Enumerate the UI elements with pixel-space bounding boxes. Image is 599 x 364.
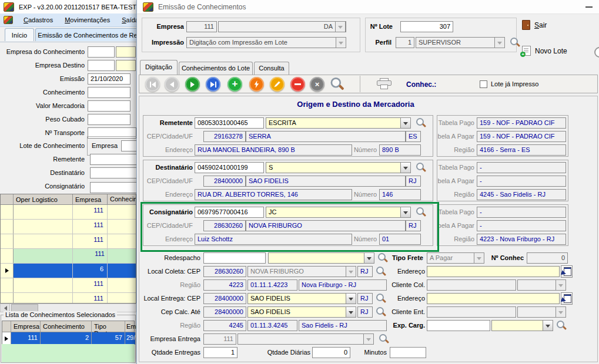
empresa-destino-input[interactable]: [88, 60, 115, 71]
selecionados-grid[interactable]: Empresa Conhecimento Tipo Docto Emi 111 …: [2, 321, 135, 345]
tab-consulta[interactable]: Consulta: [254, 62, 289, 75]
add-button[interactable]: +: [227, 77, 242, 92]
qtdade-entregas-input[interactable]: 1: [203, 347, 237, 358]
remove-button[interactable]: [290, 77, 305, 92]
coleta-endereco-label: Endereço: [390, 266, 425, 277]
cancel-button[interactable]: ×: [310, 77, 324, 92]
chevron-down-icon[interactable]: [346, 293, 356, 304]
search-icon[interactable]: [415, 162, 426, 173]
chevron-down-icon: [336, 37, 346, 48]
nav-last-button[interactable]: [206, 77, 220, 92]
regiao-label: Região: [149, 320, 200, 331]
novo-lote-button[interactable]: + Novo Lote: [522, 46, 567, 56]
menu-cadastros[interactable]: Cadastros: [22, 15, 54, 25]
redespacho-combo[interactable]: [268, 252, 374, 264]
entrega-endereco-input[interactable]: [427, 293, 560, 304]
chevron-down-icon[interactable]: [364, 252, 374, 264]
selecionados-title: Lista de Conhecimentos Selecionados: [4, 311, 117, 318]
address-picker-icon[interactable]: [561, 265, 573, 278]
search-icon[interactable]: [415, 207, 426, 218]
consignatario-name-combo[interactable]: JC: [266, 207, 411, 218]
coleta-regiao-ref-field: 01.11.1.4223: [247, 279, 297, 291]
chevron-down-icon[interactable]: [543, 320, 553, 331]
coleta-cidade-combo[interactable]: NOVA FRIBURGO: [247, 266, 356, 277]
empresa-combo[interactable]: DA: [218, 21, 346, 32]
tab-digitacao[interactable]: Digitação: [140, 60, 178, 75]
exp-carg-input[interactable]: [427, 320, 490, 331]
table-row-selected[interactable]: 111 2 57 29/: [2, 332, 134, 345]
remetente-uf-field: ES: [406, 131, 421, 142]
cep-calc-cidade-combo[interactable]: SAO FIDELIS: [247, 306, 356, 318]
destinatario-regiao-field: 4245 - Sao Fidelis - RJ: [477, 189, 566, 200]
tab-emissao-conhecimentos[interactable]: Emissão de Conhecimentos de Re: [35, 28, 140, 41]
nav-next-button[interactable]: [185, 77, 200, 92]
peso-cubado-input[interactable]: [88, 114, 130, 125]
endereco-label: Endereço: [144, 189, 193, 200]
consignatario-doc-input[interactable]: 06979577000416: [195, 207, 264, 218]
table-row[interactable]: 111: [1, 205, 136, 220]
grid-indicator-header: [1, 194, 14, 204]
tab-conhecimentos-do-lote[interactable]: Conhecimentos do Lote: [179, 62, 253, 75]
tab-inicio[interactable]: Início: [5, 28, 34, 41]
empresa-entrega-field: 111: [203, 333, 236, 345]
chevron-down-icon[interactable]: [346, 306, 356, 318]
empresa-destino-nome-input[interactable]: [116, 60, 136, 71]
table-row-selected[interactable]: 6: [1, 264, 136, 278]
table-row[interactable]: 111: [1, 293, 136, 304]
consignatario-regiao-field: 4223 - Nova Friburgo - RJ: [477, 234, 566, 245]
entrega-cep-field: 28400000: [203, 293, 246, 304]
numero-label: Número: [353, 234, 377, 245]
nav-previous-button[interactable]: [165, 77, 179, 92]
table-row[interactable]: [1, 249, 136, 264]
chevron-down-icon: [363, 333, 374, 345]
search-icon[interactable]: [375, 293, 386, 304]
search-icon[interactable]: [378, 333, 389, 345]
chevron-down-icon[interactable]: [400, 207, 411, 218]
empresa-entrega-combo[interactable]: [237, 333, 374, 345]
table-row[interactable]: 111: [1, 278, 136, 293]
table-row[interactable]: 111: [1, 220, 136, 234]
lote-ja-impresso-checkbox[interactable]: [480, 80, 487, 88]
search-icon[interactable]: [509, 37, 520, 48]
destinatario-doc-input[interactable]: 04590241000199: [195, 162, 264, 173]
chevron-down-icon[interactable]: [400, 162, 411, 173]
entrega-cidade-combo[interactable]: SAO FIDELIS: [247, 293, 356, 304]
col-oper-logistico: Oper Logistico: [14, 194, 73, 204]
conhecimento-input[interactable]: [88, 87, 130, 98]
minus-icon: [295, 83, 301, 85]
nav-first-button[interactable]: [145, 77, 160, 92]
emissao-input[interactable]: 21/10/2020: [88, 73, 130, 85]
remetente-cidade-field: SERRA: [246, 131, 406, 142]
search-icon[interactable]: [377, 252, 387, 264]
destinatario-name-combo[interactable]: S: [266, 162, 411, 173]
perfil-combo[interactable]: SUPERVISOR: [416, 37, 505, 48]
close-icon: ×: [315, 80, 320, 88]
remetente-doc-input[interactable]: 08053031000465: [195, 117, 264, 129]
impressao-combo[interactable]: Digitação com Impressão em Lote: [186, 37, 346, 48]
edit-button[interactable]: [270, 77, 285, 92]
empresa-conhecimento-nome-input[interactable]: [116, 46, 136, 58]
minutos-input[interactable]: [390, 347, 426, 358]
quick-action-button[interactable]: [249, 77, 264, 92]
lotes-grid[interactable]: Oper Logistico Empresa Conhecim 111 111 …: [0, 194, 136, 304]
remetente-name-combo[interactable]: ESCRITA: [266, 117, 411, 129]
search-icon[interactable]: [415, 117, 426, 129]
search-icon[interactable]: [375, 266, 386, 277]
search-button[interactable]: [329, 77, 343, 92]
search-icon[interactable]: [375, 306, 386, 318]
print-button[interactable]: [377, 78, 392, 90]
address-picker-icon[interactable]: [561, 292, 573, 305]
empresa-conhecimento-input[interactable]: [88, 46, 115, 58]
search-icon[interactable]: [556, 320, 566, 331]
qtdade-diarias-input[interactable]: 0: [312, 347, 350, 358]
menu-movimentacoes[interactable]: Movimentações: [63, 15, 111, 25]
clipped-button[interactable]: [594, 47, 599, 58]
minimize-button[interactable]: [585, 6, 593, 8]
table-row[interactable]: 111: [1, 234, 136, 249]
sair-button[interactable]: Sair: [522, 20, 547, 30]
chevron-down-icon[interactable]: [400, 117, 411, 129]
redespacho-input[interactable]: [203, 252, 266, 264]
n-lote-field[interactable]: 307: [400, 21, 453, 32]
valor-mercadoria-input[interactable]: [88, 100, 130, 112]
coleta-endereco-input[interactable]: [427, 266, 560, 277]
